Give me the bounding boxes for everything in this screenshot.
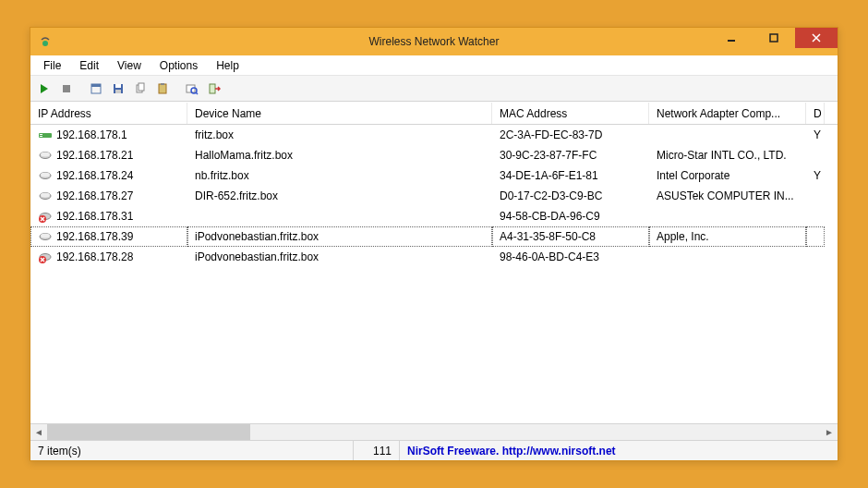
properties-button[interactable] (86, 79, 106, 99)
svg-point-21 (41, 152, 50, 157)
column-device-name[interactable]: Device Name (187, 103, 492, 124)
cell-ip: 192.168.178.28 (30, 247, 187, 267)
offline-icon (38, 209, 53, 224)
svg-rect-8 (115, 90, 121, 93)
cell-d: Y (806, 165, 825, 186)
horizontal-scrollbar[interactable]: ◄ ► (30, 423, 838, 440)
cell-mac: A4-31-35-8F-50-C8 (492, 226, 649, 247)
close-button[interactable] (795, 28, 838, 48)
device-icon (38, 168, 53, 183)
menu-help[interactable]: Help (207, 57, 248, 74)
ip-text: 192.168.178.31 (56, 210, 133, 223)
save-button[interactable] (108, 79, 128, 99)
table-header: IP Address Device Name MAC Address Netwo… (30, 103, 838, 125)
stop-button[interactable] (56, 79, 77, 99)
menu-view[interactable]: View (108, 57, 151, 74)
svg-rect-11 (159, 84, 166, 93)
cell-d (806, 206, 825, 226)
cell-mac: D0-17-C2-D3-C9-BC (492, 186, 649, 206)
find-button[interactable] (182, 79, 202, 99)
scroll-right-icon[interactable]: ► (821, 424, 838, 441)
table-row[interactable]: 192.168.178.39iPodvonebastian.fritz.boxA… (30, 226, 838, 247)
svg-rect-2 (770, 34, 778, 42)
cell-mac: 30-9C-23-87-7F-FC (492, 145, 649, 165)
cell-d: Y (806, 125, 825, 145)
titlebar[interactable]: Wireless Network Watcher (30, 28, 838, 55)
column-d[interactable]: D (806, 103, 825, 124)
device-icon (38, 189, 53, 203)
copy-button[interactable] (130, 79, 151, 99)
cell-ip: 192.168.178.21 (30, 145, 187, 165)
exit-button[interactable] (204, 79, 224, 99)
cell-mac: 34-DE-1A-6F-E1-81 (492, 165, 649, 186)
scroll-track[interactable] (47, 424, 821, 440)
ip-text: 192.168.178.27 (56, 189, 133, 202)
cell-adapter (649, 247, 806, 267)
svg-point-29 (41, 234, 50, 238)
svg-rect-7 (115, 84, 121, 88)
window-controls (710, 28, 838, 55)
svg-rect-18 (40, 134, 42, 135)
svg-point-23 (41, 173, 50, 177)
cell-adapter: Micro-Star INTL CO., LTD. (649, 145, 806, 165)
table-row[interactable]: 192.168.178.21HalloMama.fritz.box30-9C-2… (30, 145, 838, 165)
table-row[interactable]: 192.168.178.27DIR-652.fritz.boxD0-17-C2-… (30, 186, 838, 206)
paste-button[interactable] (152, 79, 173, 99)
svg-rect-1 (728, 40, 735, 42)
toolbar (30, 76, 838, 102)
table-row[interactable]: 192.168.178.3194-58-CB-DA-96-C9 (30, 206, 838, 226)
svg-rect-5 (91, 84, 101, 87)
status-num: 111 (354, 441, 400, 460)
cell-adapter: Intel Corporate (649, 165, 806, 186)
ip-text: 192.168.178.39 (56, 230, 133, 243)
statusbar: 7 item(s) 111 NirSoft Freeware. http://w… (30, 440, 838, 460)
play-button[interactable] (34, 79, 54, 99)
minimize-button[interactable] (710, 28, 753, 48)
device-table: IP Address Device Name MAC Address Netwo… (30, 102, 838, 440)
cell-d (806, 145, 825, 165)
svg-rect-17 (39, 133, 52, 138)
cell-d (806, 186, 825, 206)
cell-ip: 192.168.178.39 (30, 226, 187, 247)
cell-adapter (649, 125, 806, 145)
cell-device-name: HalloMama.fritz.box (187, 145, 492, 165)
app-window: Wireless Network Watcher File Edit View … (30, 27, 838, 461)
column-ip[interactable]: IP Address (30, 103, 187, 124)
cell-d (806, 226, 825, 247)
cell-device-name: DIR-652.fritz.box (187, 186, 492, 206)
scroll-thumb[interactable] (47, 424, 250, 440)
cell-adapter: ASUSTek COMPUTER IN... (649, 186, 806, 206)
menu-file[interactable]: File (34, 57, 70, 74)
table-body: 192.168.178.1fritz.box2C-3A-FD-EC-83-7DY… (30, 125, 838, 423)
ip-text: 192.168.178.21 (56, 149, 133, 162)
status-item-count: 7 item(s) (30, 441, 354, 460)
menu-edit[interactable]: Edit (70, 57, 108, 74)
column-mac[interactable]: MAC Address (492, 103, 649, 124)
scroll-left-icon[interactable]: ◄ (30, 424, 47, 441)
svg-rect-3 (63, 85, 70, 92)
svg-point-25 (41, 193, 50, 198)
cell-device-name: fritz.box (187, 125, 492, 145)
menu-options[interactable]: Options (151, 57, 207, 74)
cell-device-name: iPodvonebastian.fritz.box (187, 247, 492, 267)
cell-adapter (649, 206, 806, 226)
cell-ip: 192.168.178.31 (30, 206, 187, 226)
svg-line-15 (196, 92, 198, 94)
cell-adapter: Apple, Inc. (649, 226, 806, 247)
cell-device-name (187, 206, 492, 226)
offline-icon (38, 250, 53, 264)
maximize-button[interactable] (753, 28, 795, 48)
svg-rect-19 (40, 136, 42, 137)
cell-mac: 94-58-CB-DA-96-C9 (492, 206, 649, 226)
table-row[interactable]: 192.168.178.28iPodvonebastian.fritz.box9… (30, 247, 838, 267)
ip-text: 192.168.178.28 (56, 250, 133, 263)
svg-rect-10 (139, 83, 144, 91)
cell-ip: 192.168.178.24 (30, 165, 187, 186)
status-link[interactable]: NirSoft Freeware. http://www.nirsoft.net (400, 441, 838, 460)
table-row[interactable]: 192.168.178.24nb.fritz.box34-DE-1A-6F-E1… (30, 165, 838, 186)
column-adapter[interactable]: Network Adapter Comp... (649, 103, 806, 124)
cell-device-name: nb.fritz.box (187, 165, 492, 186)
cell-device-name: iPodvonebastian.fritz.box (187, 226, 492, 247)
app-icon (38, 34, 53, 49)
table-row[interactable]: 192.168.178.1fritz.box2C-3A-FD-EC-83-7DY (30, 125, 838, 145)
